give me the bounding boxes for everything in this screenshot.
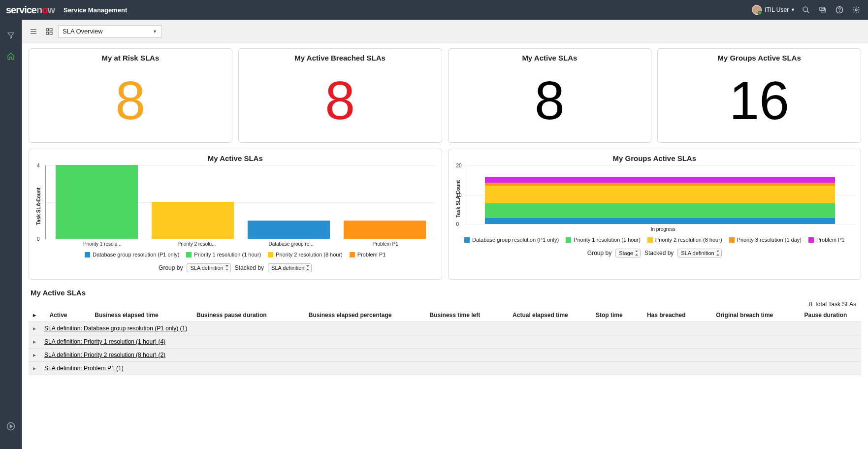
kpi-title: My Groups Active SLAs: [664, 54, 855, 62]
bar[interactable]: [344, 221, 426, 239]
kpi-card[interactable]: My at Risk SLAs8: [29, 48, 232, 143]
groupby-select[interactable]: SLA definition: [187, 263, 230, 272]
bar[interactable]: [56, 165, 138, 239]
table-group-row[interactable]: ▸SLA definition: Problem P1 (1): [29, 362, 861, 375]
legend-item[interactable]: Database group resolution (P1 only): [85, 252, 179, 257]
chart-card-my-active-slas: My Active SLAs Task SLA Count 024 Priori…: [29, 149, 442, 280]
chat-icon[interactable]: [817, 4, 829, 16]
svg-rect-14: [50, 32, 52, 34]
chart-title: My Active SLAs: [35, 154, 436, 162]
x-tick: Priority 2 resolu...: [157, 241, 237, 247]
avatar: [752, 5, 762, 15]
list-card-my-active-slas: My Active SLAs 8 total Task SLAs ▸Active…: [29, 286, 861, 375]
kpi-title: My Active Breached SLAs: [245, 54, 436, 62]
bar[interactable]: [152, 202, 234, 239]
chart-legend: Database group resolution (P1 only)Prior…: [35, 252, 436, 257]
legend-item[interactable]: Problem P1: [808, 237, 844, 243]
help-icon[interactable]: [834, 4, 845, 16]
bar[interactable]: [248, 221, 330, 239]
chevron-down-icon: ▼: [791, 7, 795, 12]
legend-item[interactable]: Priority 3 resolution (1 day): [729, 237, 802, 243]
groupby-select[interactable]: Stage: [615, 249, 641, 257]
column-header[interactable]: Active: [40, 309, 76, 322]
legend-item[interactable]: Priority 1 resolution (1 hour): [186, 252, 261, 257]
brand-logo: servicenow: [6, 4, 55, 16]
groupby-label: Group by: [159, 264, 183, 271]
column-header[interactable]: Business time left: [414, 309, 496, 322]
svg-point-0: [803, 7, 807, 11]
column-header[interactable]: Has breached: [634, 309, 699, 322]
kpi-card[interactable]: My Groups Active SLAs16: [657, 48, 861, 143]
column-header[interactable]: Actual elapsed time: [496, 309, 585, 322]
global-header: servicenow Service Management ITIL User …: [0, 0, 868, 20]
expand-icon[interactable]: ▸: [29, 322, 40, 335]
column-header[interactable]: Pause duration: [790, 309, 861, 322]
stacked-bar[interactable]: [485, 177, 836, 224]
dashboard-toolbar: SLA Overview ▼: [22, 20, 868, 43]
user-menu-button[interactable]: ITIL User ▼: [752, 5, 795, 15]
y-axis-label: Task SLA Count: [35, 165, 42, 247]
legend-item[interactable]: Priority 1 resolution (1 hour): [566, 237, 641, 243]
chart-legend: Database group resolution (P1 only)Prior…: [454, 237, 855, 243]
dashboard-select[interactable]: SLA Overview ▼: [58, 25, 161, 38]
group-link[interactable]: SLA definition: Problem P1 (1): [44, 365, 124, 372]
play-icon[interactable]: [5, 420, 17, 432]
kpi-value: 8: [245, 65, 436, 135]
group-link[interactable]: SLA definition: Priority 1 resolution (1…: [44, 338, 165, 345]
svg-rect-13: [46, 32, 49, 34]
column-header[interactable]: Business pause duration: [177, 309, 287, 322]
left-rail: [0, 20, 22, 449]
list-title: My Active SLAs: [29, 286, 861, 300]
column-header[interactable]: Business elapsed time: [76, 309, 177, 322]
expand-icon[interactable]: ▸: [29, 335, 40, 349]
chart-plot[interactable]: 024: [45, 165, 436, 239]
kpi-title: My at Risk SLAs: [35, 54, 226, 62]
gear-icon[interactable]: [850, 4, 862, 16]
x-tick: Priority 1 resolu...: [62, 241, 143, 247]
x-tick: Problem P1: [345, 241, 426, 247]
expand-icon[interactable]: ▸: [29, 349, 40, 362]
legend-item[interactable]: Problem P1: [350, 252, 386, 257]
list-total-count: 8: [809, 301, 812, 308]
svg-line-1: [807, 11, 809, 13]
group-link[interactable]: SLA definition: Priority 2 resolution (8…: [44, 352, 165, 358]
stackedby-select[interactable]: SLA definition: [268, 263, 312, 272]
chevron-down-icon: ▼: [153, 29, 157, 34]
table-group-row[interactable]: ▸SLA definition: Priority 1 resolution (…: [29, 335, 861, 349]
groupby-label: Group by: [587, 250, 611, 257]
column-header[interactable]: Stop time: [585, 309, 634, 322]
x-tick: In progress: [651, 226, 675, 232]
chart-title: My Groups Active SLAs: [454, 154, 855, 162]
chart-plot[interactable]: 01020: [465, 165, 855, 224]
search-icon[interactable]: [800, 4, 812, 16]
kpi-card[interactable]: My Active SLAs8: [448, 48, 652, 143]
svg-point-5: [839, 12, 840, 12]
kpi-value: 8: [35, 65, 226, 135]
legend-item[interactable]: Priority 2 resolution (8 hour): [268, 252, 343, 257]
column-header[interactable]: Business elapsed percentage: [287, 309, 414, 322]
list-total-label: total Task SLAs: [816, 301, 857, 308]
expand-column[interactable]: ▸: [29, 309, 40, 322]
svg-rect-11: [46, 29, 49, 31]
expand-icon[interactable]: ▸: [29, 362, 40, 375]
kpi-card[interactable]: My Active Breached SLAs8: [238, 48, 442, 143]
stackedby-label: Stacked by: [644, 250, 674, 257]
svg-rect-12: [50, 29, 52, 31]
legend-item[interactable]: Database group resolution (P1 only): [464, 237, 559, 243]
column-header[interactable]: Original breach time: [699, 309, 790, 322]
table-group-row[interactable]: ▸SLA definition: Database group resoluti…: [29, 322, 861, 335]
kpi-title: My Active SLAs: [454, 54, 645, 62]
list-view-icon[interactable]: [27, 25, 40, 38]
svg-point-6: [855, 9, 857, 11]
stackedby-label: Stacked by: [235, 264, 264, 271]
grid-view-icon[interactable]: [42, 25, 56, 38]
filter-icon[interactable]: [5, 30, 17, 41]
kpi-value: 16: [664, 65, 855, 135]
chart-card-my-groups-active-slas: My Groups Active SLAs Task SLA Count 010…: [448, 149, 862, 280]
table-group-row[interactable]: ▸SLA definition: Priority 2 resolution (…: [29, 349, 861, 362]
home-icon[interactable]: [5, 50, 17, 62]
user-name: ITIL User: [765, 6, 789, 13]
stackedby-select[interactable]: SLA definition: [677, 249, 721, 257]
legend-item[interactable]: Priority 2 resolution (8 hour): [647, 237, 722, 243]
group-link[interactable]: SLA definition: Database group resolutio…: [44, 325, 187, 332]
